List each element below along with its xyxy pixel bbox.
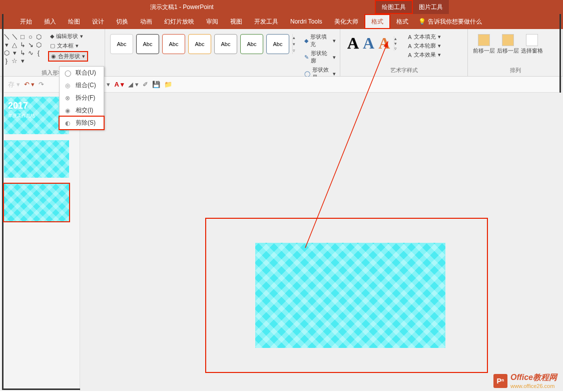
tab-home[interactable]: 开始 bbox=[14, 14, 38, 29]
qat-save-disabled: 存 ▾ bbox=[8, 80, 20, 89]
contextual-tool-tabs: 绘图工具 图片工具 bbox=[375, 0, 449, 14]
slide-thumbnail-3[interactable] bbox=[4, 184, 69, 221]
tell-me-search[interactable]: 💡 告诉我你想要做什么 bbox=[418, 18, 482, 26]
shapes-gallery-mini[interactable]: ＼＼□○⬡▾ △↳↘⬡⬡▾ ↳∿{}☆▾ bbox=[2, 31, 48, 66]
tab-beautify[interactable]: 美化大师 bbox=[328, 14, 364, 29]
tab-format-drawing[interactable]: 格式 bbox=[364, 14, 390, 29]
union-icon: ◯ bbox=[64, 69, 72, 77]
slide1-subtitle: 年度工作总结 bbox=[8, 113, 35, 119]
shape-fill-button[interactable]: ◆形状填充 ▾ bbox=[304, 33, 336, 48]
combine-icon: ◎ bbox=[64, 82, 72, 90]
group-label-arrange: 排列 bbox=[468, 66, 562, 76]
merge-shapes-dropdown: ◯联合(U) ◎组合(C) ⊗拆分(F) ◉相交(I) ◐剪除(S) bbox=[59, 66, 104, 130]
tab-view[interactable]: 视图 bbox=[224, 14, 248, 29]
textbox-icon: ▢ bbox=[50, 43, 55, 49]
shape-pattern bbox=[255, 243, 445, 348]
bring-forward-button[interactable]: 前移一层 bbox=[473, 34, 495, 55]
edit-shape-icon: ◆ bbox=[50, 33, 54, 40]
text-outline-button[interactable]: A文本轮廓 ▾ bbox=[408, 42, 440, 50]
dropdown-combine[interactable]: ◎组合(C) bbox=[60, 79, 104, 92]
tab-review[interactable]: 审阅 bbox=[200, 14, 224, 29]
dropdown-union[interactable]: ◯联合(U) bbox=[60, 67, 104, 79]
wordart-gallery[interactable]: A A A ▴▾▿ bbox=[342, 31, 406, 56]
shape-outline-button[interactable]: ✎形状轮廓 ▾ bbox=[304, 50, 336, 65]
dropdown-fragment[interactable]: ⊗拆分(F) bbox=[60, 92, 104, 104]
slide-canvas[interactable] bbox=[80, 93, 563, 391]
wordart-expand-icon[interactable]: ▴▾▿ bbox=[394, 36, 401, 51]
textbox-button[interactable]: ▢文本框 ▾ bbox=[48, 42, 88, 50]
window-title: 演示文稿1 - PowerPoint bbox=[150, 3, 214, 12]
selection-pane-icon bbox=[526, 34, 538, 46]
text-effects-button[interactable]: A文本效果 ▾ bbox=[408, 51, 440, 59]
shape-styles-gallery[interactable]: Abc Abc Abc Abc Abc Abc Abc ▴▾▿ bbox=[107, 31, 302, 57]
dropdown-intersect[interactable]: ◉相交(I) bbox=[60, 104, 104, 117]
tab-nordri[interactable]: Nordri Tools bbox=[284, 14, 328, 29]
thumbnail-bg bbox=[4, 140, 69, 178]
text-fill-button[interactable]: A文本填充 ▾ bbox=[408, 33, 440, 41]
send-backward-icon bbox=[502, 34, 514, 46]
selection-pane-button[interactable]: 选择窗格 bbox=[521, 34, 543, 55]
style-preset-4[interactable]: Abc bbox=[188, 34, 211, 54]
send-backward-button[interactable]: 后移一层 bbox=[497, 34, 519, 55]
text-fill-icon: A bbox=[408, 34, 411, 40]
style-preset-7[interactable]: Abc bbox=[266, 34, 289, 54]
tab-design[interactable]: 设计 bbox=[86, 14, 110, 29]
thumbnail-bg bbox=[4, 184, 69, 221]
wordart-style-2[interactable]: A bbox=[363, 34, 374, 53]
tab-draw[interactable]: 绘图 bbox=[62, 14, 86, 29]
watermark-brand: Office教程网 bbox=[510, 372, 557, 383]
dropdown-subtract[interactable]: ◐剪除(S) bbox=[59, 116, 105, 130]
merge-shapes-button[interactable]: ◉合并形状 ▾ bbox=[48, 51, 88, 62]
intersect-icon: ◉ bbox=[64, 107, 72, 115]
style-preset-1[interactable]: Abc bbox=[110, 34, 133, 54]
slide-thumbnails-panel: 2017 年度工作总结 bbox=[0, 93, 80, 391]
qat-eyedropper[interactable]: ✐ bbox=[143, 81, 148, 88]
fragment-icon: ⊗ bbox=[64, 94, 72, 102]
qat-save[interactable]: 💾 bbox=[152, 81, 160, 88]
ribbon-tabs: 开始 插入 绘图 设计 切换 动画 幻灯片放映 审阅 视图 开发工具 Nordr… bbox=[0, 14, 563, 29]
style-preset-5[interactable]: Abc bbox=[214, 34, 237, 54]
style-preset-3[interactable]: Abc bbox=[162, 34, 185, 54]
qat-highlight[interactable]: ◢ ▾ bbox=[128, 81, 139, 88]
watermark-url: www.office26.com bbox=[510, 383, 557, 389]
slide1-year: 2017 bbox=[8, 101, 28, 111]
outline-icon: ✎ bbox=[304, 54, 309, 61]
tab-format-picture[interactable]: 格式 bbox=[390, 14, 414, 29]
picture-tools-tab[interactable]: 图片工具 bbox=[413, 0, 449, 14]
effects-icon: ◯ bbox=[304, 71, 310, 77]
bring-forward-icon bbox=[478, 34, 490, 46]
tab-transitions[interactable]: 切换 bbox=[110, 14, 134, 29]
slide-thumbnail-2[interactable] bbox=[4, 140, 69, 178]
tab-developer[interactable]: 开发工具 bbox=[248, 14, 284, 29]
merge-shapes-icon: ◉ bbox=[51, 53, 56, 60]
qat-folder[interactable]: 📁 bbox=[164, 81, 172, 88]
title-bar: 演示文稿1 - PowerPoint 绘图工具 图片工具 bbox=[0, 0, 563, 14]
gallery-expand-icon[interactable]: ▴▾▿ bbox=[292, 34, 299, 54]
selected-shape[interactable] bbox=[255, 243, 445, 348]
style-preset-6[interactable]: Abc bbox=[240, 34, 263, 54]
watermark-logo-icon: Pⁿ bbox=[493, 374, 507, 388]
subtract-icon: ◐ bbox=[64, 119, 72, 127]
style-preset-2[interactable]: Abc bbox=[136, 34, 159, 54]
tab-insert[interactable]: 插入 bbox=[38, 14, 62, 29]
qat-undo[interactable]: ↶ ▾ bbox=[24, 81, 35, 88]
wordart-style-3[interactable]: A bbox=[378, 34, 390, 53]
fill-icon: ◆ bbox=[304, 38, 308, 44]
qat-redo[interactable]: ↷ bbox=[39, 81, 44, 88]
group-label-wordart: 艺术字样式 bbox=[340, 66, 467, 76]
edit-shape-button[interactable]: ◆编辑形状 ▾ bbox=[48, 32, 88, 41]
tab-slideshow[interactable]: 幻灯片放映 bbox=[158, 14, 200, 29]
wordart-style-1[interactable]: A bbox=[347, 34, 359, 53]
drawing-tools-tab[interactable]: 绘图工具 bbox=[375, 0, 413, 14]
tab-animations[interactable]: 动画 bbox=[134, 14, 158, 29]
text-effects-icon: A bbox=[408, 52, 411, 58]
lightbulb-icon: 💡 bbox=[418, 18, 426, 25]
text-outline-icon: A bbox=[408, 43, 411, 49]
qat-font-color[interactable]: A ▾ bbox=[115, 81, 125, 88]
watermark: Pⁿ Office教程网 www.office26.com bbox=[493, 372, 557, 389]
